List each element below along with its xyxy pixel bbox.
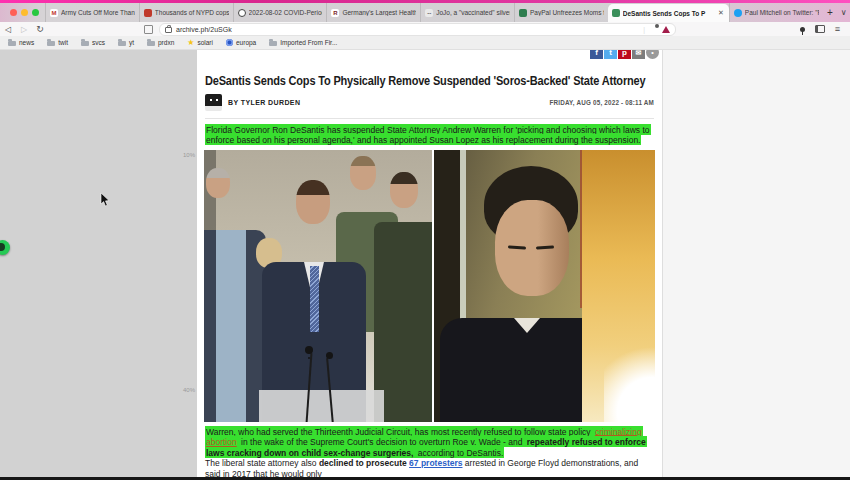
bookmark-label: Imported From Fir... [280,39,337,46]
highlighted-text: according to DeSantis. [414,447,504,458]
tab-title: 2022-08-02 COVID-Period M [249,9,323,16]
new-tab-button[interactable]: + [823,3,838,22]
byline-row: BY TYLER DURDEN FRIDAY, AUG 05, 2022 - 0… [205,92,654,112]
close-window-button[interactable] [10,9,17,16]
close-tab-icon[interactable]: ✕ [717,9,725,17]
bookmark-folder-svcs[interactable]: svcs [81,39,105,46]
article-title: DeSantis Sends Cops To Physically Remove… [205,74,662,88]
tab-title: Paul Mitchell on Twitter: "Pres [745,9,819,16]
forward-button[interactable]: ▷ [16,25,32,34]
bookmark-folder-imported[interactable]: Imported From Fir... [269,39,337,46]
zerohedge-favicon [612,9,620,17]
photo-shape [326,352,333,359]
tab-title: Thousands of NYPD cops quit [155,9,229,16]
scroll-marker-40: 40% [183,387,195,393]
author-name[interactable]: BY TYLER DURDEN [228,99,300,106]
tab-nypd-cops[interactable]: Thousands of NYPD cops quit [139,3,233,22]
bookmark-label: svcs [92,39,105,46]
page-right-gutter [662,50,850,477]
globe-favicon [238,9,246,17]
photo-shape [305,346,313,354]
bookmark-label: news [19,39,34,46]
article-image-desantis-press-conference [204,150,432,422]
shield-badge [655,24,659,28]
back-button[interactable]: ◁ [0,25,16,34]
navigation-toolbar: ◁ ▷ ↻ archive.ph/2uSGk | ≡ [0,22,850,37]
tab-desantis-active[interactable]: DeSantis Sends Cops To P ✕ [608,4,729,22]
url-text[interactable]: archive.ph/2uSGk [176,26,639,33]
folder-icon [269,41,277,46]
bookmark-solari[interactable]: ★ solari [187,39,213,47]
tab-paypal-moms[interactable]: PayPal Unfreezes Moms for Li [514,3,608,22]
photo-shape [390,172,418,208]
tab-overflow-button[interactable]: ∨ [837,3,850,22]
third-paragraph: The liberal state attorney also declined… [205,458,654,477]
tab-germany-health[interactable]: R Germany's Largest Health Ins [326,3,420,22]
reload-button[interactable]: ↻ [32,24,48,34]
lock-icon [165,27,172,33]
browser-window: M Army Cuts Off More Than 60k Thousands … [0,0,850,480]
toolbar-right-icons: ≡ [800,25,850,33]
email-share-icon[interactable]: ✉ [632,50,645,59]
photo-shape [206,168,230,198]
news-site-favicon [144,9,152,17]
photo-shape [310,266,319,332]
share-buttons: f t p ✉ • [590,50,659,59]
folder-icon [118,41,126,46]
tab-paul-mitchell-twitter[interactable]: Paul Mitchell on Twitter: "Pres [729,3,823,22]
bookmark-folder-yt[interactable]: yt [118,39,134,46]
europa-site-icon [226,39,233,46]
tab-title: Germany's Largest Health Ins [342,9,416,16]
publish-date: FRIDAY, AUG 05, 2022 - 08:11 AM [549,99,654,106]
article-image-andrew-warren [434,150,655,422]
pinterest-share-icon[interactable]: p [618,50,631,59]
tab-title: JoJo, a "vaccinated" silverba [436,9,510,16]
print-share-icon[interactable]: • [646,50,659,59]
protesters-link[interactable]: 67 protesters [409,458,462,468]
tab-jojo-gorilla[interactable]: -- JoJo, a "vaccinated" silverba [420,3,514,22]
photo-shape [350,156,376,190]
facebook-share-icon[interactable]: f [590,50,603,59]
adblock-shield-icon[interactable] [649,25,658,34]
sidebar-toggle-icon[interactable] [815,25,825,33]
photo-shape [604,340,655,422]
extension-pin-icon[interactable] [800,27,805,32]
zoom-window-button[interactable] [32,9,39,16]
bookmarks-bar: news twit svcs yt prdxn ★ solari europa [0,36,850,50]
field-divider: | [643,26,645,33]
article-column: f t p ✉ • DeSantis Sends Cops To Physica… [197,50,662,477]
photo-shape [259,390,384,422]
author-avatar [205,94,222,111]
folder-icon [8,41,16,46]
bookmark-label: yt [129,39,134,46]
traffic-lights [0,3,45,22]
bookmark-folder-news[interactable]: news [8,39,34,46]
warning-triangle-icon[interactable] [662,26,670,33]
tab-army-cuts[interactable]: M Army Cuts Off More Than 60k [45,3,139,22]
green-site-favicon [519,9,527,17]
highlighted-text: Florida Governor Ron DeSantis has suspen… [205,124,651,146]
military-site-favicon: M [50,9,58,17]
mouse-cursor [100,193,110,207]
star-icon: ★ [187,39,194,47]
minimize-window-button[interactable] [21,9,28,16]
twitter-share-icon[interactable]: t [604,50,617,59]
bookmark-folder-twit[interactable]: twit [47,39,68,46]
bookmark-label: twit [58,39,68,46]
highlighted-text: Warren, who had served the Thirteenth Ju… [205,426,594,437]
page-action-icon[interactable] [144,25,153,34]
tab-covid-period[interactable]: 2022-08-02 COVID-Period M [233,3,327,22]
bookmark-europa[interactable]: europa [226,39,256,46]
address-bar[interactable]: archive.ph/2uSGk | [159,23,676,36]
tab-bar: M Army Cuts Off More Than 60k Thousands … [0,3,850,22]
bookmark-label: europa [236,39,256,46]
article-images [204,150,655,422]
menu-icon[interactable]: ≡ [835,26,840,32]
r-site-favicon: R [331,9,339,17]
highlighted-text: in the wake of the Supreme Court's decis… [238,436,526,447]
generic-favicon: -- [425,9,433,17]
bookmark-folder-prdxn[interactable]: prdxn [147,39,174,46]
tab-title: PayPal Unfreezes Moms for Li [530,9,604,16]
bold-text: declined to prosecute [319,458,409,468]
second-paragraph: Warren, who had served the Thirteenth Ju… [205,426,654,458]
